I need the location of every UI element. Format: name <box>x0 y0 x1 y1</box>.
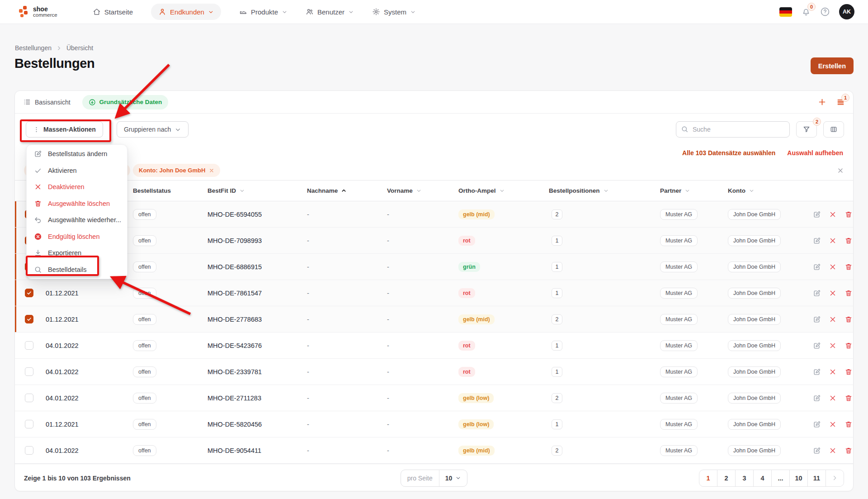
nachname-value: - <box>307 368 309 375</box>
menu-item-ausgewählte-wiederher-[interactable]: Ausgewählte wiederher... <box>27 212 127 228</box>
edit-row-button[interactable] <box>813 315 821 323</box>
edit-row-button[interactable] <box>813 368 821 376</box>
per-page-select[interactable]: 10 <box>439 470 467 486</box>
delete-row-button[interactable] <box>844 420 853 428</box>
help-button[interactable] <box>820 7 830 17</box>
edit-row-button[interactable] <box>813 447 821 455</box>
delete-row-button[interactable] <box>844 368 853 376</box>
filter-chip-konto[interactable]: Konto: John Doe GmbH <box>133 164 220 177</box>
remove-row-button[interactable] <box>829 315 837 323</box>
column-header-konto[interactable]: Konto <box>721 187 806 194</box>
nav-item-produkte[interactable]: Produkte <box>239 8 288 16</box>
menu-item-endgültig-löschen[interactable]: Endgültig löschen <box>27 228 127 245</box>
remove-row-button[interactable] <box>829 289 837 297</box>
menu-item-ausgewählte-löschen[interactable]: Ausgewählte löschen <box>27 195 127 212</box>
remove-row-button[interactable] <box>829 420 837 428</box>
konto-cell: John Doe GmbH <box>721 314 806 325</box>
base-view-tab[interactable]: Basisansicht <box>23 98 71 106</box>
row-checkbox[interactable] <box>25 446 33 455</box>
group-by-button[interactable]: Gruppieren nach <box>117 121 189 138</box>
remove-row-button[interactable] <box>829 263 837 271</box>
bestfit-id: MHO-DE-5820456 <box>208 421 262 428</box>
remove-row-button[interactable] <box>829 368 837 376</box>
column-header-vorname[interactable]: Vorname <box>380 187 451 194</box>
nachname-value: - <box>307 316 309 323</box>
bulk-actions-button[interactable]: Massen-Aktionen <box>26 121 103 138</box>
remove-row-button[interactable] <box>829 394 837 402</box>
column-header-bestellpositionen[interactable]: Bestellpositionen <box>542 187 653 194</box>
menu-item-bestelldetails[interactable]: Bestelldetails <box>27 261 127 278</box>
remove-row-button[interactable] <box>829 210 837 219</box>
breadcrumb-item[interactable]: Bestellungen <box>15 44 52 52</box>
edit-row-button[interactable] <box>813 289 821 297</box>
column-header-partner[interactable]: Partner <box>653 187 721 194</box>
trash-icon <box>34 200 42 208</box>
edit-row-button[interactable] <box>813 263 821 271</box>
page-button-2[interactable]: 2 <box>717 470 736 487</box>
row-checkbox[interactable] <box>25 394 33 402</box>
column-header-nachname[interactable]: Nachname <box>300 187 380 194</box>
row-checkbox[interactable] <box>25 289 33 297</box>
column-header-bestellstatus[interactable]: Bestellstatus <box>126 187 200 194</box>
saved-views-button[interactable]: 1 <box>836 98 845 106</box>
delete-row-button[interactable] <box>844 289 853 297</box>
page-button-10[interactable]: 10 <box>789 470 808 487</box>
delete-row-button[interactable] <box>844 315 853 323</box>
edit-row-button[interactable] <box>813 237 821 245</box>
remove-row-button[interactable] <box>829 237 837 245</box>
remove-row-button[interactable] <box>829 342 837 350</box>
next-page-button[interactable] <box>826 470 844 487</box>
edit-row-button[interactable] <box>813 394 821 402</box>
dataset-pill[interactable]: Grundsätzliche Daten <box>82 95 169 109</box>
chevron-down-icon <box>749 188 755 194</box>
nav-item-endkunden[interactable]: Endkunden <box>151 4 221 20</box>
edit-row-button[interactable] <box>813 420 821 428</box>
filter-button[interactable]: 2 <box>796 121 817 138</box>
clear-selection-link[interactable]: Auswahl aufheben <box>787 149 843 157</box>
delete-row-button[interactable] <box>844 263 853 271</box>
page-button-3[interactable]: 3 <box>735 470 754 487</box>
delete-row-button[interactable] <box>844 447 853 455</box>
menu-item-deaktivieren[interactable]: Deaktivieren <box>27 179 127 195</box>
nachname-cell: - <box>300 447 380 454</box>
order-status-cell: offen <box>126 366 200 377</box>
menu-item-aktivieren[interactable]: Aktivieren <box>27 162 127 179</box>
positionen-badge: 2 <box>552 446 562 456</box>
nav-item-system[interactable]: System <box>372 8 416 16</box>
nav-item-benutzer[interactable]: Benutzer <box>306 8 354 16</box>
remove-row-button[interactable] <box>829 447 837 455</box>
page-button-4[interactable]: 4 <box>753 470 772 487</box>
row-checkbox[interactable] <box>25 367 33 376</box>
logo[interactable]: shoe commerce <box>19 6 57 18</box>
edit-row-button[interactable] <box>813 210 821 219</box>
create-button[interactable]: Erstellen <box>811 57 854 74</box>
notifications-button[interactable]: 0 <box>801 7 811 17</box>
search-input[interactable] <box>676 121 790 138</box>
menu-item-bestellstatus-ändern[interactable]: Bestellstatus ändern <box>27 146 127 162</box>
columns-button[interactable] <box>823 121 844 138</box>
delete-row-button[interactable] <box>844 210 853 219</box>
delete-row-button[interactable] <box>844 342 853 350</box>
column-header-ortho-ampel[interactable]: Ortho-Ampel <box>451 187 542 194</box>
clear-filters-close-icon[interactable] <box>837 167 844 174</box>
menu-item-exportieren[interactable]: Exportieren <box>27 245 127 261</box>
row-checkbox[interactable] <box>25 341 33 350</box>
page-button-1[interactable]: 1 <box>699 470 717 487</box>
column-header-bestfit-id[interactable]: BestFit ID <box>200 187 300 194</box>
delete-row-button[interactable] <box>844 394 853 402</box>
add-view-button[interactable] <box>818 98 826 106</box>
delete-row-button[interactable] <box>844 237 853 245</box>
select-all-link[interactable]: Alle 103 Datensätze auswählen <box>682 149 775 157</box>
edit-row-button[interactable] <box>813 342 821 350</box>
avatar[interactable]: AK <box>839 4 854 19</box>
row-checkbox[interactable] <box>25 315 33 323</box>
nav-item-startseite[interactable]: Startseite <box>93 8 133 16</box>
page-ellipsis[interactable]: ... <box>771 470 790 487</box>
positionen-cell: 2 <box>542 314 653 324</box>
language-flag-german[interactable] <box>779 7 792 17</box>
page-button-11[interactable]: 11 <box>807 470 826 487</box>
bestfit-id-cell: MHO-DE-6594055 <box>200 211 300 218</box>
close-icon[interactable] <box>209 168 214 173</box>
vorname-cell: - <box>380 342 451 349</box>
row-checkbox[interactable] <box>25 420 33 428</box>
